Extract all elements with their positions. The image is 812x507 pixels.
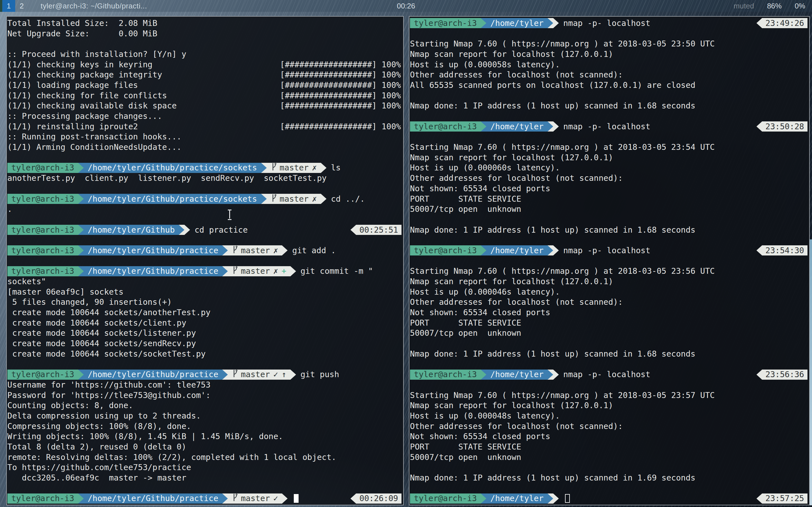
terminal-line: Nmap done: 1 IP address (1 host up) scan… [410, 101, 808, 111]
terminal-text: Nmap scan report for localhost (127.0.0.… [410, 401, 613, 410]
command-text: git add . [288, 246, 336, 255]
git-status-flag: ✗ [309, 163, 317, 172]
terminal-line: create mode 100644 sockets/socketTest.py [7, 349, 402, 359]
timestamp-arrow-icon [756, 18, 762, 28]
powerline-arrow-icon [261, 194, 267, 204]
terminal-block-cursor [294, 494, 299, 503]
prompt-user-segment: tyler@arch-i3 [7, 370, 78, 380]
blank-line [7, 39, 402, 49]
blank-line [410, 214, 808, 225]
terminal-text: 50007/tcp open unknown [410, 453, 521, 462]
prompt-path-segment: /home/tyler/Github/practice [84, 245, 222, 256]
terminal-line: Net Upgrade Size: 0.00 MiB [7, 29, 402, 39]
terminal-text: :: Running post-transaction hooks... [7, 132, 182, 142]
powerline-arrow-icon [553, 494, 559, 504]
status-item-0pct: 0% [795, 2, 805, 10]
blank-line [410, 256, 808, 266]
prompt-user-segment: tyler@arch-i3 [7, 194, 78, 204]
terminal-line: PORT STATE SERVICE [410, 442, 808, 452]
workspace-button-2[interactable]: 2 [15, 0, 28, 12]
terminal-line: Nmap done: 1 IP address (1 host up) scan… [410, 349, 808, 359]
blank-line [410, 359, 808, 370]
terminal-text: :: Processing package changes... [7, 112, 162, 121]
prompt-line: tyler@arch-i3/home/tylernmap -p- localho… [410, 369, 808, 380]
powerline-arrow-icon [553, 370, 559, 380]
powerline-arrow-icon [481, 245, 486, 256]
powerline-arrow-icon [481, 18, 486, 28]
prompt-line: tyler@arch-i3/home/tyler/Github/practice… [7, 494, 402, 504]
terminal-content: Total Installed Size: 2.08 MiBNet Upgrad… [7, 17, 403, 504]
powerline-arrow-icon [548, 494, 553, 504]
powerline-arrow-icon [222, 370, 228, 380]
terminal-text: create mode 100644 sockets/listener.py [7, 328, 196, 338]
terminal-line: 50007/tcp open unknown [410, 204, 808, 214]
terminal-line: (1/1) loading package files[############… [7, 80, 402, 91]
prompt-line: tyler@arch-i3/home/tyler/Github/practice… [7, 163, 402, 173]
prompt-user-segment: tyler@arch-i3 [410, 245, 481, 256]
terminal-window-git[interactable]: Total Installed Size: 2.08 MiBNet Upgrad… [6, 16, 404, 505]
terminal-text: (1/1) checking package integrity [7, 70, 162, 79]
terminal-line: (1/1) reinstalling iproute2[############… [7, 121, 402, 132]
terminal-text: Total 8 (delta 2), reused 0 (delta 0) [7, 442, 186, 452]
powerline-arrow-icon [222, 245, 228, 256]
terminal-line: Host is up (0.000048s latency). [410, 411, 808, 421]
terminal-text: Starting Nmap 7.60 ( https://nmap.org ) … [410, 143, 715, 152]
terminal-line: 50007/tcp open unknown [410, 328, 808, 339]
terminal-content: tyler@arch-i3/home/tylernmap -p- localho… [409, 17, 809, 504]
git-status-flag: ✓ [270, 370, 278, 379]
timestamp-chip: 23:56:36 [762, 370, 808, 380]
i3-status-bar: 12 tyler@arch-i3: ~/Github/practi... 00:… [0, 0, 812, 12]
terminal-text: anotherTest.py client.py listener.py sen… [7, 173, 326, 183]
progress-bar-text: [##################] 100% [280, 91, 402, 100]
command-text: cd ../. [326, 194, 365, 204]
progress-bar-text: [##################] 100% [280, 101, 402, 110]
command-text: nmap -p- localhost [559, 122, 651, 131]
prompt-path-segment: /home/tyler/Github/practice [84, 494, 222, 504]
command-text: ls [326, 163, 341, 172]
terminal-line: Writing objects: 100% (8/8), 1.45 KiB | … [7, 432, 402, 442]
terminal-window-nmap[interactable]: tyler@arch-i3/home/tylernmap -p- localho… [409, 16, 810, 505]
terminal-line: Host is up (0.000060s latency). [410, 163, 808, 173]
terminal-line: PORT STATE SERVICE [410, 194, 808, 204]
command-text: nmap -p- localhost [559, 370, 651, 379]
powerline-arrow-icon [548, 245, 553, 256]
progress-bar-text: [##################] 100% [280, 60, 402, 69]
terminal-text: Other addresses for localhost (not scann… [410, 70, 623, 79]
terminal-text: Starting Nmap 7.60 ( https://nmap.org ) … [410, 391, 715, 400]
terminal-text: Nmap done: 1 IP address (1 host up) scan… [410, 349, 695, 358]
prompt-user-segment: tyler@arch-i3 [410, 370, 481, 380]
powerline-arrow-icon [78, 370, 84, 380]
powerline-arrow-icon [185, 225, 190, 235]
terminal-line: Starting Nmap 7.60 ( https://nmap.org ) … [410, 39, 808, 49]
terminal-text: All 65535 scanned ports on localhost (12… [410, 80, 695, 90]
blank-line [410, 111, 808, 121]
prompt-user-segment: tyler@arch-i3 [7, 266, 78, 276]
terminal-block-cursor [565, 494, 570, 503]
terminal-text: create mode 100644 sockets/socketTest.py [7, 349, 206, 358]
prompt-line: tyler@arch-i3/home/tyler/Github/practice… [7, 245, 402, 256]
workspace-button-1[interactable]: 1 [2, 0, 15, 12]
status-indicators: muted86%0% [733, 0, 805, 12]
terminal-text: (1/1) checking available disk space [7, 101, 177, 110]
git-branch-name: master [241, 267, 270, 276]
terminal-line: (1/1) checking package integrity[#######… [7, 69, 402, 80]
prompt-line: tyler@arch-i3/home/tylernmap -p- localho… [410, 121, 808, 132]
prompt-path-segment: /home/tyler/Github [84, 225, 179, 235]
terminal-text: Starting Nmap 7.60 ( https://nmap.org ) … [410, 267, 715, 276]
terminal-line: Other addresses for localhost (not scann… [410, 297, 808, 307]
terminal-line: Not shown: 65534 closed ports [410, 432, 808, 442]
terminal-line: :: Running post-transaction hooks... [7, 132, 402, 142]
terminal-line: Password for 'https://tlee753@github.com… [7, 390, 402, 400]
timestamp-chip: 23:57:25 [762, 494, 808, 504]
terminal-text: Delta compression using up to 2 threads. [7, 411, 201, 420]
prompt-line: tyler@arch-i3/home/tyler23:57:25 [410, 494, 808, 504]
terminal-line: sockets" [7, 276, 402, 287]
powerline-arrow-icon [179, 225, 185, 235]
git-branch-icon [271, 163, 277, 173]
git-status-flag: ✗ [270, 267, 278, 276]
terminal-line: To https://github.com/tlee753/practice [7, 462, 402, 473]
prompt-git-segment: master✗ [267, 163, 321, 173]
terminal-text: Nmap done: 1 IP address (1 host up) scan… [410, 101, 695, 110]
powerline-arrow-icon [548, 121, 553, 131]
command-text: cd practice [190, 225, 248, 235]
